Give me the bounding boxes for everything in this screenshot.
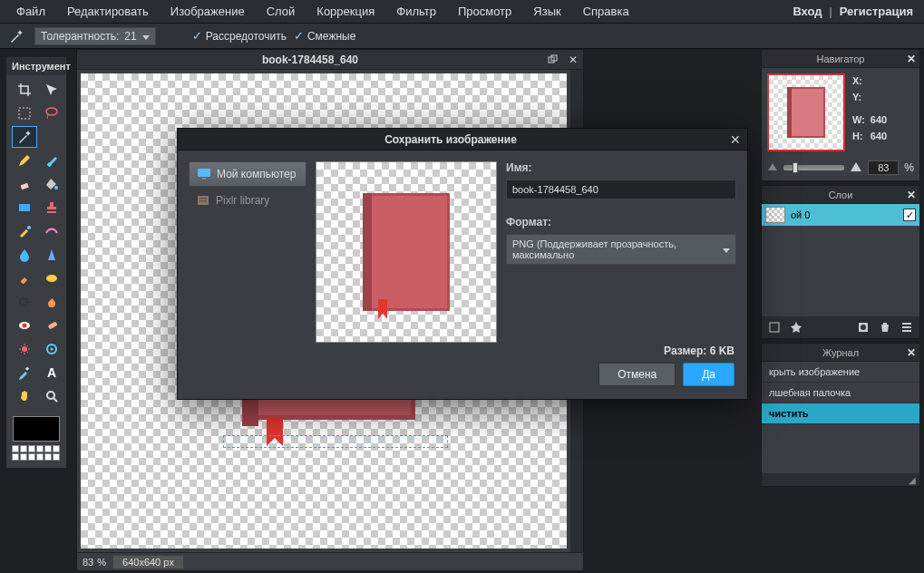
layer-mask-icon[interactable] bbox=[854, 319, 872, 335]
format-value: PNG (Поддерживает прозрачность, максимал… bbox=[512, 238, 723, 260]
svg-rect-25 bbox=[902, 330, 911, 332]
format-select[interactable]: PNG (Поддерживает прозрачность, максимал… bbox=[506, 234, 736, 265]
close-icon[interactable]: ✕ bbox=[724, 130, 747, 150]
cancel-button[interactable]: Отмена bbox=[598, 363, 676, 386]
history-title: Журнал bbox=[762, 347, 919, 358]
dest-my-computer[interactable]: Мой компьютер bbox=[189, 161, 306, 187]
new-layer-icon[interactable] bbox=[765, 319, 783, 335]
tool-eraser[interactable] bbox=[12, 173, 37, 195]
maximize-icon[interactable] bbox=[543, 51, 563, 69]
layer-visibility-checkbox[interactable]: ✓ bbox=[903, 209, 916, 221]
svg-point-8 bbox=[20, 298, 27, 306]
color-swatch[interactable] bbox=[6, 411, 66, 468]
chevron-down-icon bbox=[142, 30, 150, 43]
tool-gradient[interactable] bbox=[12, 197, 37, 219]
svg-rect-27 bbox=[202, 178, 206, 180]
zoom-slider[interactable] bbox=[783, 165, 844, 170]
tool-wand[interactable] bbox=[12, 126, 37, 148]
menu-view[interactable]: Просмотр bbox=[447, 1, 522, 22]
tolerance-label: Толерантность: bbox=[41, 30, 119, 43]
layer-row[interactable]: ой 0 ✓ bbox=[762, 204, 919, 226]
svg-point-14 bbox=[51, 348, 53, 351]
tool-replace-color[interactable] bbox=[12, 220, 37, 242]
svg-rect-2 bbox=[21, 183, 29, 189]
tool-dodge[interactable] bbox=[12, 291, 37, 313]
close-icon[interactable]: ✕ bbox=[907, 189, 916, 201]
menu-layer[interactable]: Слой bbox=[256, 1, 306, 22]
svg-point-6 bbox=[27, 226, 31, 229]
canvas-titlebar: book-1784458_640 ✕ bbox=[77, 50, 583, 70]
tool-zoom[interactable] bbox=[39, 385, 64, 407]
tool-sharpen[interactable] bbox=[39, 244, 64, 266]
options-bar: Толерантность: 21 ✓ Рассредоточить ✓ Сме… bbox=[0, 24, 924, 49]
contiguous-label: Смежные bbox=[307, 30, 355, 43]
tool-crop[interactable] bbox=[12, 79, 37, 101]
tool-hand[interactable] bbox=[12, 385, 37, 407]
close-icon[interactable]: ✕ bbox=[907, 53, 916, 65]
menu-filter[interactable]: Фильтр bbox=[385, 1, 447, 22]
chevron-down-icon bbox=[723, 244, 730, 255]
tool-smudge[interactable] bbox=[12, 267, 37, 289]
history-item[interactable]: чистить bbox=[762, 403, 919, 424]
tool-stamp[interactable] bbox=[39, 197, 64, 219]
svg-rect-24 bbox=[902, 326, 911, 328]
foreground-color[interactable] bbox=[13, 416, 60, 442]
menu-adjust[interactable]: Коррекция bbox=[306, 1, 385, 22]
tool-redeye[interactable] bbox=[12, 315, 37, 336]
tool-heal[interactable] bbox=[39, 315, 64, 336]
tool-draw[interactable] bbox=[39, 220, 64, 242]
history-item[interactable]: лшебная палочка bbox=[762, 383, 919, 403]
svg-text:A: A bbox=[47, 365, 56, 380]
zoom-in-icon[interactable] bbox=[850, 161, 862, 175]
monitor-icon bbox=[197, 168, 211, 180]
svg-rect-5 bbox=[47, 211, 56, 213]
tool-sponge[interactable] bbox=[39, 267, 64, 289]
menu-image[interactable]: Изображение bbox=[160, 1, 256, 22]
panel-resize-grip[interactable]: ◢ bbox=[762, 473, 919, 486]
tool-pencil[interactable] bbox=[12, 150, 37, 171]
zoom-input[interactable] bbox=[868, 160, 899, 175]
tool-blur[interactable] bbox=[12, 244, 37, 266]
name-input[interactable] bbox=[506, 180, 736, 199]
swatch-grid[interactable] bbox=[12, 445, 61, 461]
close-icon[interactable]: ✕ bbox=[907, 346, 916, 359]
tool-lasso[interactable] bbox=[39, 102, 64, 124]
menu-edit[interactable]: Редактировать bbox=[56, 1, 160, 22]
register-link[interactable]: Регистрация bbox=[834, 1, 919, 22]
menu-lang[interactable]: Язык bbox=[522, 1, 571, 22]
navigator-thumbnail[interactable] bbox=[767, 73, 845, 151]
history-item[interactable]: крыть изображение bbox=[762, 362, 919, 383]
navigator-title: Навигатор bbox=[762, 53, 919, 64]
zoom-out-icon[interactable] bbox=[767, 161, 778, 174]
layer-menu-icon[interactable] bbox=[898, 319, 916, 335]
tool-burn[interactable] bbox=[39, 291, 64, 313]
menu-file[interactable]: Файл bbox=[5, 1, 56, 22]
tool-type[interactable]: A bbox=[39, 362, 64, 384]
svg-point-17 bbox=[47, 392, 54, 399]
tool-picker[interactable] bbox=[12, 362, 37, 384]
tool-bloat[interactable] bbox=[12, 338, 37, 360]
tools-title: Инструмент bbox=[6, 57, 66, 75]
tool-move[interactable] bbox=[39, 79, 64, 101]
login-link[interactable]: Вход bbox=[787, 1, 827, 22]
status-zoom: 83 % bbox=[83, 557, 106, 568]
svg-point-12 bbox=[22, 346, 27, 352]
contiguous-checkbox[interactable]: ✓ Смежные bbox=[294, 29, 355, 43]
layer-fx-icon[interactable] bbox=[787, 319, 805, 335]
close-icon[interactable]: ✕ bbox=[563, 51, 583, 69]
tool-bucket[interactable] bbox=[39, 173, 64, 195]
layers-toolbar bbox=[762, 316, 919, 338]
tool-pinch[interactable] bbox=[39, 338, 64, 360]
tool-brush[interactable] bbox=[39, 150, 64, 171]
delete-layer-icon[interactable] bbox=[876, 319, 894, 335]
book-artwork bbox=[363, 193, 450, 311]
menu-help[interactable]: Справка bbox=[572, 1, 640, 22]
check-icon: ✓ bbox=[294, 29, 304, 43]
svg-rect-11 bbox=[48, 321, 58, 329]
scatter-checkbox[interactable]: ✓ Рассредоточить bbox=[192, 29, 287, 43]
tolerance-control[interactable]: Толерантность: 21 bbox=[34, 27, 156, 45]
tool-marquee[interactable] bbox=[12, 102, 37, 124]
save-image-dialog: Сохранить изображение ✕ Мой компьютер Pi… bbox=[177, 128, 748, 400]
ok-button[interactable]: Да bbox=[683, 363, 734, 386]
dest-pixlr-library[interactable]: Pixlr library bbox=[189, 189, 306, 212]
